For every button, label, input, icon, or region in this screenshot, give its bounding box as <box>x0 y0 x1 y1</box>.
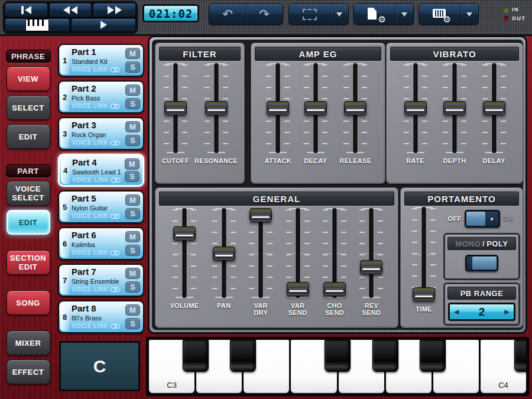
sidebar-item-section-edit[interactable]: SECTION EDIT <box>7 250 50 275</box>
midi-out-led <box>504 16 509 21</box>
slider-track[interactable] <box>212 208 236 298</box>
redo-button[interactable]: ↷ <box>246 4 283 24</box>
solo-button[interactable]: S <box>125 245 140 256</box>
voice-settings-dropdown[interactable] <box>460 4 478 24</box>
amp-eg-section: AMP EG ATTACKDECAYRELEASE <box>251 43 385 184</box>
solo-button[interactable]: S <box>125 281 140 293</box>
sidebar-item-edit[interactable]: EDIT <box>7 124 50 149</box>
file-settings-button[interactable]: ⚙ <box>355 4 395 24</box>
play-button[interactable] <box>71 18 136 33</box>
slider-handle[interactable] <box>213 246 235 261</box>
black-key[interactable] <box>325 340 351 372</box>
part-number: 4 <box>61 157 70 184</box>
slider-handle[interactable] <box>360 260 382 274</box>
slider-handle[interactable] <box>344 101 366 115</box>
fast-forward-button[interactable] <box>93 3 136 17</box>
solo-button[interactable]: S <box>125 208 140 219</box>
part-voice-name: Standard Kit <box>72 57 124 66</box>
solo-button[interactable]: S <box>125 98 140 109</box>
part-card-3[interactable]: 3Part 3Rock OrganVOICE LINKMS <box>58 117 144 150</box>
slider-track[interactable] <box>304 63 327 153</box>
mute-button[interactable]: M <box>125 194 140 206</box>
slider-track[interactable] <box>359 208 383 298</box>
slider-handle[interactable] <box>323 282 346 296</box>
sidebar-item-view[interactable]: VIEW <box>7 66 50 91</box>
slider-label: CUTOFF <box>162 157 189 164</box>
slider-track[interactable] <box>173 208 196 298</box>
slider-pan: PAN <box>212 208 236 316</box>
voice-link-label: VOICE LINK <box>72 66 124 73</box>
rewind-button[interactable] <box>49 3 92 17</box>
slider-handle[interactable] <box>164 101 187 115</box>
voice-settings-button[interactable]: ⚙ <box>420 4 460 24</box>
slider-handle[interactable] <box>267 101 289 115</box>
slider-handle[interactable] <box>304 101 327 115</box>
sidebar-item-voice-select[interactable]: VOICE SELECT <box>7 181 50 206</box>
solo-button[interactable]: S <box>125 61 140 73</box>
voice-link-chain-icon <box>110 67 120 73</box>
slider-handle[interactable] <box>413 287 435 301</box>
pb-range-increment-button[interactable]: ▶ <box>505 309 510 315</box>
slider-track[interactable] <box>266 63 290 153</box>
slider-track[interactable] <box>164 63 187 153</box>
slider-track[interactable] <box>412 207 436 301</box>
part-title: Part 4 <box>72 157 123 168</box>
sidebar-item-select[interactable]: SELECT <box>7 95 50 120</box>
mute-button[interactable]: M <box>125 231 140 242</box>
mute-button[interactable]: M <box>125 268 140 279</box>
black-key[interactable] <box>420 340 446 372</box>
slider-track[interactable] <box>482 63 506 153</box>
mute-button[interactable]: M <box>125 121 140 132</box>
sidebar-item-mixer[interactable]: MIXER <box>7 330 50 355</box>
slider-handle[interactable] <box>443 101 466 115</box>
skip-to-start-icon <box>21 6 31 14</box>
sidebar-item-edit[interactable]: EDIT <box>7 210 50 235</box>
slider-track[interactable] <box>205 63 228 153</box>
slider-handle[interactable] <box>173 226 196 241</box>
slider-handle[interactable] <box>205 101 228 115</box>
solo-button[interactable]: S <box>125 171 140 182</box>
pb-range-decrement-button[interactable]: ◀ <box>454 309 459 315</box>
part-card-5[interactable]: 5Part 5Nylon GuitarVOICE LINKMS <box>58 190 144 223</box>
solo-button[interactable]: S <box>125 135 140 146</box>
part-card-6[interactable]: 6Part 6KalimbaVOICE LINKMS <box>58 227 144 260</box>
black-key[interactable] <box>372 340 398 372</box>
slider-handle[interactable] <box>483 101 505 115</box>
slider-label: RATE <box>406 157 424 164</box>
undo-button[interactable]: ↶ <box>210 4 246 24</box>
part-card-4[interactable]: 4Part 4Sawtooth Lead 1VOICE LINKMS <box>58 154 144 187</box>
part-card-1[interactable]: 1Part 1Standard KitVOICE LINKMS <box>58 44 144 77</box>
mute-button[interactable]: M <box>125 304 140 316</box>
slider-track[interactable] <box>343 63 367 153</box>
slider-track[interactable] <box>249 208 273 298</box>
slider-handle[interactable] <box>404 101 427 115</box>
part-card-8[interactable]: 8Part 880's BrassVOICE LINKMS <box>58 300 144 333</box>
sidebar-item-effect[interactable]: EFFECT <box>7 359 50 384</box>
black-key[interactable] <box>230 340 256 372</box>
part-card-7[interactable]: 7Part 7String EnsembleVOICE LINKMS <box>58 264 144 297</box>
slider-handle[interactable] <box>249 208 272 222</box>
slider-handle[interactable] <box>287 282 309 296</box>
mute-button[interactable]: M <box>125 85 140 96</box>
portamento-switch[interactable] <box>465 210 500 228</box>
sidebar-item-song[interactable]: SONG <box>7 290 50 315</box>
mono-poly-switch[interactable] <box>465 255 498 271</box>
black-key[interactable] <box>514 340 527 372</box>
go-to-start-button[interactable] <box>5 3 48 17</box>
mute-button[interactable]: M <box>125 48 140 59</box>
slider-track[interactable] <box>404 63 427 153</box>
mute-button[interactable]: M <box>125 158 140 170</box>
part-title: Part 1 <box>72 47 124 57</box>
selection-tool-dropdown[interactable] <box>330 4 348 24</box>
slider-track[interactable] <box>443 63 466 153</box>
slider-track[interactable] <box>286 208 310 298</box>
solo-button[interactable]: S <box>125 318 140 329</box>
selection-marquee-icon <box>303 9 317 20</box>
file-settings-dropdown[interactable] <box>395 4 413 24</box>
part-title: Part 7 <box>72 267 124 277</box>
selection-tool-button[interactable] <box>290 4 330 24</box>
part-card-2[interactable]: 2Part 2Pick BassVOICE LINKMS <box>58 80 144 113</box>
keyboard-toggle-button[interactable] <box>5 18 70 33</box>
slider-track[interactable] <box>323 208 346 298</box>
black-key[interactable] <box>183 340 209 372</box>
